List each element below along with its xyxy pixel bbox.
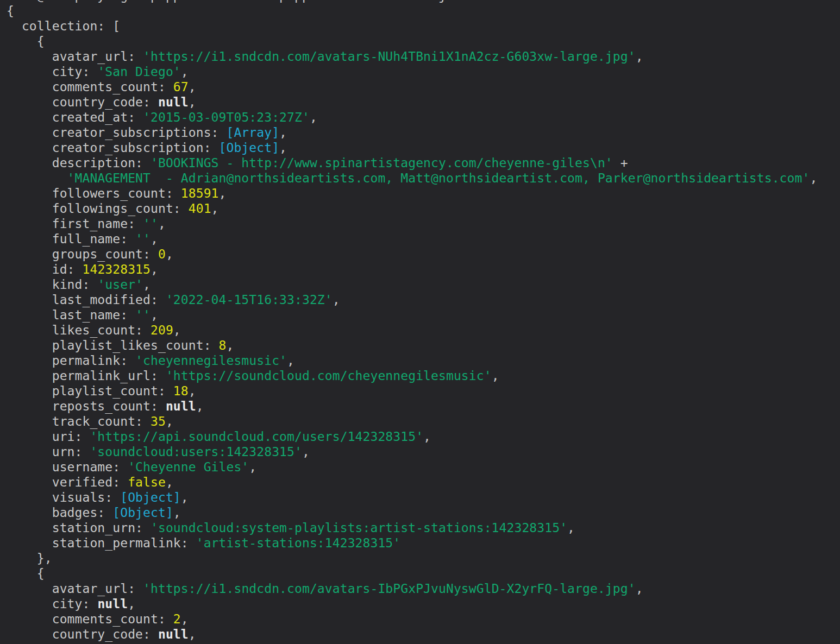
token-plain: , xyxy=(189,80,196,94)
terminal-window[interactable]: user@Mac playing-w-puppeteer % node pupp… xyxy=(0,0,840,644)
token-plain: urn: xyxy=(7,445,90,459)
token-str: 'BOOKINGS - http://www.spinartistagency.… xyxy=(151,156,613,170)
token-plain: , xyxy=(189,95,196,109)
token-plain: , xyxy=(302,445,310,459)
console-line: station_urn: 'soundcloud:system-playlist… xyxy=(7,520,817,535)
token-obj: [Object] xyxy=(219,141,280,155)
console-line: creator_subscription: [Object], xyxy=(7,140,817,155)
console-line: 'MANAGEMENT - Adrian@northsideartists.co… xyxy=(7,171,817,186)
token-plain: , xyxy=(173,323,181,337)
token-str: 'Cheyenne Giles' xyxy=(128,460,249,474)
token-plain: , xyxy=(211,201,219,216)
console-line: track_count: 35, xyxy=(7,414,817,429)
token-plain: , xyxy=(249,460,256,474)
token-plain: , xyxy=(567,521,575,535)
token-num: 2 xyxy=(173,612,181,626)
token-str: 'cheyennegilesmusic' xyxy=(135,353,287,368)
token-plain: username: xyxy=(7,460,128,474)
token-plain: , xyxy=(279,125,287,140)
token-plain: uri: xyxy=(7,430,90,444)
console-line: city: null, xyxy=(7,596,817,611)
token-plain: creator_subscription: xyxy=(7,141,219,155)
token-plain: { xyxy=(7,566,45,580)
token-num: false xyxy=(128,475,166,489)
console-line: uri: 'https://api.soundcloud.com/users/1… xyxy=(7,429,817,444)
console-line: comments_count: 2, xyxy=(7,611,817,627)
console-line: playlist_count: 18, xyxy=(7,383,817,399)
console-line: country_code: null, xyxy=(7,94,817,110)
token-plain: visuals: xyxy=(7,490,120,504)
token-num: 401 xyxy=(189,201,211,216)
console-line: description: 'BOOKINGS - http://www.spin… xyxy=(7,155,817,171)
token-str: '' xyxy=(135,308,151,322)
token-plain: , xyxy=(166,247,173,261)
console-line: likes_count: 209, xyxy=(7,323,817,338)
console-line: comments_count: 67, xyxy=(7,79,817,94)
token-plain: }, xyxy=(7,551,52,565)
token-plain: , xyxy=(189,627,196,641)
console-line: reposts_count: null, xyxy=(7,399,817,414)
token-plain: , xyxy=(181,612,189,626)
token-plain: reposts_count: xyxy=(7,399,166,413)
token-plain: full_name: xyxy=(7,232,135,246)
token-plain: track_count: xyxy=(7,414,151,428)
token-plain: followers_count: xyxy=(7,186,181,200)
console-line: station_permalink: 'artist-stations:1423… xyxy=(7,535,817,551)
token-plain: , xyxy=(151,262,158,276)
token-plain: , xyxy=(181,490,189,504)
token-plain: last_name: xyxy=(7,308,135,322)
token-plain: , xyxy=(636,582,643,596)
token-num: 35 xyxy=(151,414,166,428)
token-plain: badges: xyxy=(7,506,112,520)
token-num: 0 xyxy=(158,247,166,261)
token-plain: , xyxy=(310,110,317,124)
token-num: 67 xyxy=(173,80,189,94)
console-line: permalink_url: 'https://soundcloud.com/c… xyxy=(7,368,817,383)
token-plain: verified: xyxy=(7,475,128,489)
console-line: permalink: 'cheyennegilesmusic', xyxy=(7,353,817,368)
token-plain: , xyxy=(226,338,234,352)
token-plain: likes_count: xyxy=(7,323,151,337)
token-plain: playlist_count: xyxy=(7,384,173,398)
token-plain: last_modified: xyxy=(7,293,166,307)
token-num: 142328315 xyxy=(82,262,151,276)
token-plain: { xyxy=(7,4,14,18)
token-plain: user@Mac playing-w-puppeteer % node pupp… xyxy=(7,0,454,3)
token-plain: , xyxy=(279,141,287,155)
token-num: 8 xyxy=(219,338,227,352)
token-plain: avatar_url: xyxy=(7,582,143,596)
token-plain: created_at: xyxy=(7,110,143,124)
token-obj: [Object] xyxy=(120,490,181,504)
console-line: groups_count: 0, xyxy=(7,247,817,262)
token-obj: [Object] xyxy=(112,506,173,520)
console-line: followings_count: 401, xyxy=(7,201,817,216)
token-plain: { xyxy=(7,34,45,48)
console-line: last_name: '', xyxy=(7,307,817,323)
token-num: 18 xyxy=(173,384,189,398)
token-str: '' xyxy=(143,217,158,231)
token-plain: followings_count: xyxy=(7,201,189,216)
token-str: 'soundcloud:system-playlists:artist-stat… xyxy=(151,521,567,535)
token-plain: station_permalink: xyxy=(7,536,196,550)
token-plain: , xyxy=(166,414,173,428)
token-plain: , xyxy=(287,353,294,368)
console-line: urn: 'soundcloud:users:142328315', xyxy=(7,444,817,459)
token-plain: playlist_likes_count: xyxy=(7,338,219,352)
token-obj: [Array] xyxy=(226,125,279,140)
token-str: 'MANAGEMENT - Adrian@northsideartists.co… xyxy=(67,171,810,185)
token-plain: , xyxy=(189,384,196,398)
token-null: null xyxy=(97,597,128,611)
token-plain: , xyxy=(636,49,643,64)
token-plain: creator_subscriptions: xyxy=(7,125,226,140)
token-null: null xyxy=(166,399,196,413)
token-str: 'artist-stations:142328315' xyxy=(196,536,401,550)
token-plain: , xyxy=(810,171,817,185)
token-plain: , xyxy=(151,232,158,246)
console-line: avatar_url: 'https://i1.sndcdn.com/avata… xyxy=(7,49,817,64)
token-str: 'https://i1.sndcdn.com/avatars-IbPGxPJvu… xyxy=(143,582,636,596)
console-line: last_modified: '2022-04-15T16:33:32Z', xyxy=(7,292,817,307)
token-null: null xyxy=(158,627,189,641)
console-line: full_name: '', xyxy=(7,231,817,247)
token-plain: , xyxy=(173,506,181,520)
token-str: 'user' xyxy=(97,277,143,292)
